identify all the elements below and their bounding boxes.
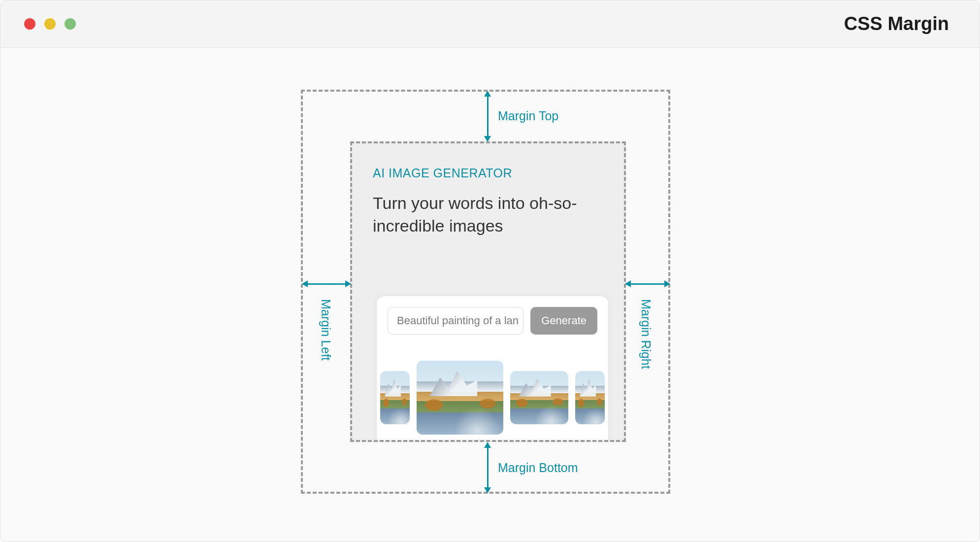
page-title: CSS Margin [844, 13, 949, 34]
margin-right-label: Margin Right [639, 299, 653, 369]
thumbnail-image [575, 371, 605, 424]
thumbnail-image [417, 361, 503, 435]
margin-left-label: Margin Left [319, 299, 333, 361]
margin-right-arrow-icon [626, 283, 669, 285]
titlebar: CSS Margin [0, 0, 980, 48]
margin-bottom-label: Margin Bottom [498, 461, 578, 475]
browser-window: CSS Margin AI IMAGE GENERATOR Turn your … [0, 0, 980, 542]
card-header: AI IMAGE GENERATOR Turn your words into … [352, 143, 624, 237]
maximize-icon[interactable] [65, 18, 76, 30]
thumbnail-image [510, 371, 568, 424]
diagram-canvas: AI IMAGE GENERATOR Turn your words into … [0, 48, 980, 542]
content-box: AI IMAGE GENERATOR Turn your words into … [350, 141, 626, 442]
minimize-icon[interactable] [44, 18, 56, 30]
prompt-card: Beautiful painting of a lan Generate [377, 296, 608, 442]
margin-top-arrow-icon [487, 92, 489, 141]
generate-button[interactable]: Generate [530, 307, 597, 335]
traffic-lights [24, 18, 76, 30]
thumbnail-image [380, 371, 410, 424]
card-headline: Turn your words into oh-so-incredible im… [373, 192, 603, 237]
margin-left-arrow-icon [303, 283, 350, 285]
prompt-input[interactable]: Beautiful painting of a lan [388, 307, 523, 335]
close-icon[interactable] [24, 18, 35, 30]
prompt-row: Beautiful painting of a lan Generate [388, 307, 597, 335]
card-eyebrow: AI IMAGE GENERATOR [373, 166, 603, 180]
margin-bottom-arrow-icon [487, 443, 489, 492]
image-thumbnails [377, 345, 608, 442]
margin-top-label: Margin Top [498, 109, 558, 123]
